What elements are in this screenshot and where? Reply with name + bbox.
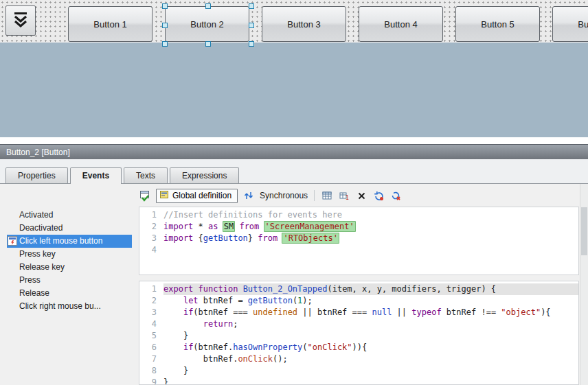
- event-handler-editor[interactable]: 1export function Button_2_OnTapped(item,…: [139, 281, 579, 385]
- canvas-button[interactable]: Button 2: [165, 6, 249, 42]
- canvas-button-label: Button 6: [578, 19, 588, 30]
- code-line[interactable]: 7 btnRef.onClick();: [139, 353, 578, 365]
- selection-handle[interactable]: [249, 23, 254, 28]
- event-item[interactable]: Press key: [7, 248, 132, 261]
- event-item[interactable]: Click right mouse bu...: [7, 300, 132, 313]
- code-line[interactable]: 5 }: [139, 330, 578, 342]
- event-item-label: Press key: [19, 249, 56, 259]
- canvas-button[interactable]: Button 6: [552, 6, 588, 42]
- code-line[interactable]: 2 let btnRef = getButton(1);: [139, 295, 578, 307]
- global-definition-label: Global definition: [172, 191, 231, 200]
- line-number: 4: [139, 244, 163, 256]
- selection-handle[interactable]: [162, 3, 168, 9]
- canvas-button[interactable]: Button 3: [262, 6, 346, 42]
- scrollbar-thumb[interactable]: [581, 207, 587, 255]
- selection-handle[interactable]: [249, 3, 254, 9]
- canvas-button-label: Button 5: [481, 19, 514, 30]
- line-number: 3: [139, 233, 163, 244]
- event-item-label: Deactivated: [19, 223, 63, 233]
- event-list: ActivatedDeactivated Click left mouse bu…: [0, 209, 135, 313]
- tab-texts[interactable]: Texts: [124, 167, 168, 183]
- selection-handle[interactable]: [205, 41, 211, 47]
- canvas-button[interactable]: Button 5: [455, 6, 540, 42]
- synchronous-label: Synchronous: [260, 191, 308, 200]
- line-number: 3: [139, 307, 163, 318]
- snippet-icon[interactable]: 1: [338, 189, 350, 202]
- event-item[interactable]: Press: [7, 274, 132, 287]
- event-item-label: Click left mouse button: [19, 236, 102, 246]
- event-item[interactable]: Release key: [7, 261, 132, 274]
- canvas-button-label: Button 1: [93, 19, 126, 30]
- event-item-label: Press: [19, 275, 41, 285]
- code-line[interactable]: 1//Insert definitions for events here: [139, 209, 578, 221]
- reset-all-icon[interactable]: [389, 189, 402, 202]
- code-line[interactable]: 1export function Button_2_OnTapped(item,…: [139, 283, 578, 295]
- line-number: 6: [139, 342, 163, 353]
- inspector-pane-title: Button_2 [Button]: [0, 144, 588, 159]
- code-line[interactable]: 6 if(btnRef.hasOwnProperty("onClick")){: [139, 342, 578, 353]
- code-line[interactable]: 3 if(btnRef === undefined || btnRef === …: [139, 307, 578, 318]
- pane-title-label: Button_2 [Button]: [6, 148, 70, 157]
- selection-handle[interactable]: [249, 41, 254, 47]
- canvas-button[interactable]: Button 4: [359, 6, 443, 42]
- selection-handle[interactable]: [205, 3, 211, 9]
- selection-handle[interactable]: [162, 41, 168, 47]
- global-definition-editor[interactable]: 1//Insert definitions for events here2im…: [139, 207, 579, 275]
- tab-strip: PropertiesEventsTextsExpressions: [5, 167, 239, 183]
- event-item-label: Release: [19, 288, 49, 298]
- reset-icon[interactable]: [372, 189, 385, 202]
- canvas-button[interactable]: Button 1: [68, 6, 152, 42]
- code-line[interactable]: 4 return;: [139, 318, 578, 330]
- global-definition-icon: [160, 190, 169, 201]
- event-item-label: Activated: [19, 210, 53, 220]
- code-line[interactable]: 3import {getButton} from 'RTObjects': [139, 233, 578, 244]
- global-definition-button[interactable]: Global definition: [156, 189, 238, 203]
- event-item-label: Release key: [19, 262, 65, 272]
- event-item[interactable]: Release: [7, 287, 132, 300]
- design-canvas[interactable]: Button 1Button 2Button 3Button 4Button 5…: [0, 0, 588, 137]
- line-number: 1: [139, 283, 163, 295]
- tab-events[interactable]: Events: [70, 167, 122, 184]
- line-number: 1: [139, 209, 163, 221]
- line-number: 7: [139, 353, 163, 365]
- script-toolbar: Global definition Synchronous: [139, 187, 402, 205]
- event-item[interactable]: Click left mouse button: [7, 235, 132, 248]
- events-workspace: ActivatedDeactivated Click left mouse bu…: [0, 184, 588, 385]
- line-number: 2: [139, 295, 163, 307]
- event-item-label: Click right mouse bu...: [19, 301, 101, 311]
- code-line[interactable]: 2import * as SM from 'ScreenManagement': [139, 221, 578, 233]
- event-item[interactable]: Activated: [7, 209, 132, 222]
- canvas-button-label: Button 2: [190, 19, 223, 30]
- double-chevron-down-icon: [11, 10, 30, 32]
- table-icon[interactable]: [321, 189, 333, 202]
- event-type-icon: [8, 236, 17, 246]
- vertical-scrollbar[interactable]: [580, 184, 588, 385]
- delete-icon[interactable]: [355, 189, 368, 202]
- synchronous-icon[interactable]: [242, 189, 255, 202]
- line-number: 9: [139, 377, 163, 385]
- toolbar-separator: [314, 190, 315, 201]
- canvas-button-label: Button 4: [384, 19, 417, 30]
- inspector-tabs-zone: PropertiesEventsTextsExpressions: [0, 159, 588, 184]
- tab-expressions[interactable]: Expressions: [170, 167, 239, 183]
- svg-text:1: 1: [346, 195, 349, 201]
- tab-properties[interactable]: Properties: [5, 167, 68, 183]
- line-number: 8: [139, 365, 163, 377]
- overflow-button[interactable]: [5, 5, 36, 36]
- code-line[interactable]: 8 }: [139, 365, 578, 377]
- screen-editor-window: Button 1Button 2Button 3Button 4Button 5…: [0, 0, 588, 385]
- event-item[interactable]: Deactivated: [7, 222, 132, 235]
- code-line[interactable]: 4: [139, 244, 578, 256]
- line-number: 5: [139, 330, 163, 342]
- line-number: 4: [139, 318, 163, 330]
- splitter[interactable]: [0, 137, 588, 144]
- code-line[interactable]: 9}: [139, 377, 578, 385]
- canvas-button-label: Button 3: [287, 19, 320, 30]
- validate-script-icon[interactable]: [139, 189, 151, 202]
- selection-handle[interactable]: [162, 23, 168, 28]
- line-number: 2: [139, 221, 163, 233]
